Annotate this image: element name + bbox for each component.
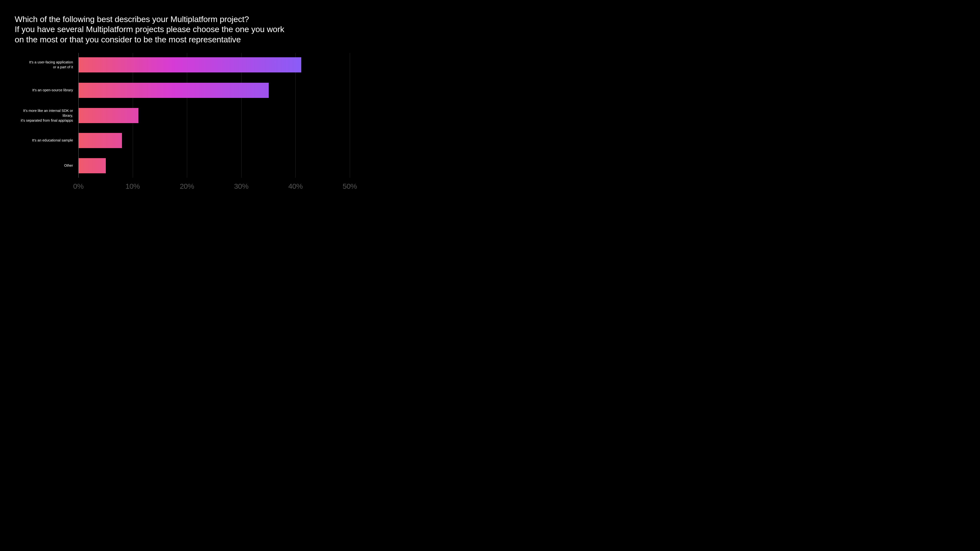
- bar: [79, 158, 106, 173]
- bar: [79, 108, 138, 123]
- slide: Which of the following best describes yo…: [0, 0, 980, 551]
- x-tick-label: 10%: [126, 182, 140, 191]
- x-tick-label: 40%: [288, 182, 303, 191]
- bar-chart: 0%10%20%30%40%50%It's a user-facing appl…: [78, 53, 965, 178]
- title-line-2: If you have several Multiplatform projec…: [15, 24, 321, 34]
- bar-row: It's a user-facing applicationor a part …: [78, 57, 350, 73]
- chart-title: Which of the following best describes yo…: [15, 14, 321, 44]
- bar-row: Other: [78, 158, 350, 173]
- bar-row: It's an educational sample: [78, 133, 350, 148]
- title-line-1: Which of the following best describes yo…: [15, 14, 321, 24]
- gridline: [350, 53, 350, 178]
- x-tick-label: 30%: [234, 182, 248, 191]
- bar: [79, 57, 301, 73]
- bar: [79, 133, 122, 148]
- category-label: It's an educational sample: [15, 138, 78, 143]
- category-label: It's an open-source library: [15, 88, 78, 93]
- x-tick-label: 20%: [180, 182, 194, 191]
- bar-row: It's more like an internal SDK or librar…: [78, 108, 350, 123]
- x-tick-label: 50%: [343, 182, 357, 191]
- bar-row: It's an open-source library: [78, 83, 350, 98]
- title-line-3: on the most or that you consider to be t…: [15, 35, 321, 44]
- plot-area: 0%10%20%30%40%50%It's a user-facing appl…: [78, 53, 350, 178]
- category-label: It's more like an internal SDK or librar…: [15, 108, 78, 123]
- x-tick-label: 0%: [73, 182, 84, 191]
- category-label: It's a user-facing applicationor a part …: [15, 60, 78, 70]
- bar: [79, 83, 269, 98]
- category-label: Other: [15, 164, 78, 168]
